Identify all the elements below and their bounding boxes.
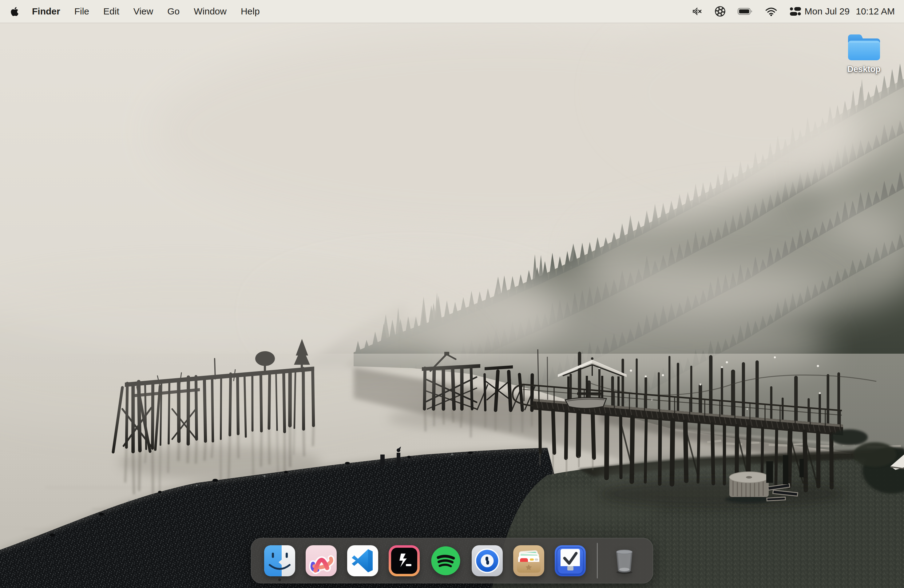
clock-time: 10:12 AM bbox=[856, 6, 895, 17]
apple-logo-icon bbox=[11, 6, 19, 17]
apple-menu[interactable] bbox=[11, 6, 19, 17]
dock bbox=[251, 538, 653, 583]
dock-item-cardhop[interactable] bbox=[512, 545, 545, 577]
status-icons bbox=[692, 6, 802, 17]
menu-bar-clock[interactable]: Mon Jul 29 10:12 AM bbox=[804, 6, 895, 17]
battery-icon[interactable] bbox=[737, 6, 753, 17]
menu-view[interactable]: View bbox=[126, 0, 160, 23]
cable-spool bbox=[725, 472, 773, 503]
menu-edit[interactable]: Edit bbox=[96, 0, 126, 23]
dock-divider bbox=[597, 543, 598, 579]
finder-running-indicator bbox=[278, 579, 281, 581]
dock-item-vscode[interactable] bbox=[346, 545, 379, 577]
shutter-icon[interactable] bbox=[714, 6, 725, 17]
dock-item-1password[interactable] bbox=[471, 545, 503, 577]
dock-item-spotify[interactable] bbox=[430, 545, 462, 577]
control-center-icon[interactable] bbox=[789, 6, 802, 17]
app-menus: Finder File Edit View Go Window Help bbox=[23, 0, 267, 23]
dock-item-finder[interactable] bbox=[264, 545, 296, 577]
dock-item-warp[interactable] bbox=[388, 545, 420, 577]
menu-window[interactable]: Window bbox=[186, 0, 234, 23]
menu-bar: Finder File Edit View Go Window Help bbox=[0, 0, 904, 23]
wallpaper-image bbox=[0, 0, 904, 588]
clock-date: Mon Jul 29 bbox=[804, 6, 850, 17]
folder-icon bbox=[845, 32, 883, 62]
menu-go[interactable]: Go bbox=[160, 0, 186, 23]
macos-desktop: Finder File Edit View Go Window Help bbox=[0, 0, 904, 588]
volume-muted-icon[interactable] bbox=[692, 6, 703, 17]
menu-file[interactable]: File bbox=[67, 0, 96, 23]
desktop-folder-label: Desktop bbox=[847, 65, 880, 74]
desktop-folder-icon[interactable]: Desktop bbox=[844, 32, 884, 74]
dock-item-trash[interactable] bbox=[608, 545, 640, 577]
wifi-icon[interactable] bbox=[765, 6, 777, 17]
dock-item-things[interactable] bbox=[554, 545, 586, 577]
menu-finder[interactable]: Finder bbox=[25, 0, 67, 23]
menu-help[interactable]: Help bbox=[234, 0, 267, 23]
dock-item-arc[interactable] bbox=[305, 545, 337, 577]
